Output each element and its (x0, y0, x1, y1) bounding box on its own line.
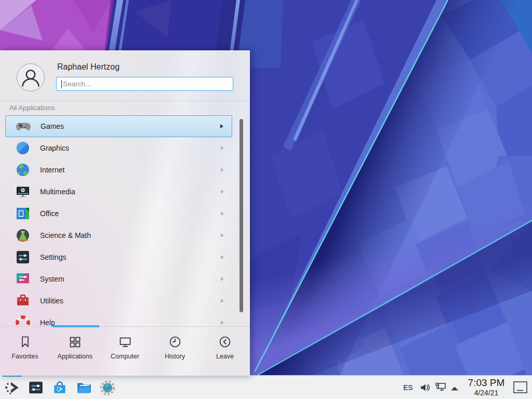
flask-icon (15, 227, 31, 244)
sliders-icon (15, 249, 31, 265)
web-browser-button[interactable] (99, 379, 116, 396)
tab-leave[interactable]: Leave (200, 328, 250, 374)
keyboard-layout-indicator[interactable]: ES (403, 383, 413, 392)
digital-clock[interactable]: 7:03 PM 4/24/21 (461, 377, 511, 397)
submenu-arrow-icon (221, 299, 224, 303)
user-avatar[interactable] (17, 63, 45, 91)
submenu-arrow-icon (221, 277, 224, 281)
system-settings-button[interactable] (28, 379, 44, 396)
category-settings[interactable]: Settings (5, 246, 232, 268)
taskbar-panel: ES 7:03 PM 4/24/2 (0, 375, 532, 399)
category-label: Multimedia (40, 188, 221, 196)
category-office[interactable]: Office (5, 203, 232, 224)
tab-label: Favorites (11, 353, 38, 360)
tab-label: Computer (111, 353, 139, 360)
document-icon (15, 205, 31, 222)
submenu-arrow-icon (221, 146, 224, 150)
category-label: Internet (40, 166, 221, 174)
application-launcher-menu: Raphael Hertzog All Applications (0, 50, 250, 376)
grid-icon (68, 335, 82, 349)
tabbar-divider (0, 326, 250, 327)
bookmark-icon (18, 335, 32, 349)
category-system[interactable]: System (5, 268, 232, 290)
text-cursor (61, 80, 62, 88)
category-games[interactable]: Games (5, 115, 232, 137)
system-sliders-icon (15, 271, 31, 287)
monitor-icon (118, 335, 132, 349)
tab-label: Applications (58, 353, 92, 360)
settings-sliders-icon (28, 379, 44, 396)
tab-label: History (165, 353, 185, 360)
launcher-tabbar: Favorites Applications Computer (0, 328, 250, 374)
globe-icon (15, 162, 31, 178)
active-tab-indicator (52, 325, 99, 327)
category-label: Settings (40, 253, 221, 261)
tab-computer[interactable]: Computer (100, 328, 150, 374)
category-list: Games Graphics (5, 115, 232, 327)
tab-favorites[interactable]: Favorites (0, 328, 50, 374)
shopping-bag-icon (51, 379, 68, 396)
category-science-math[interactable]: Science & Math (5, 224, 232, 246)
submenu-arrow-icon (220, 124, 223, 128)
category-graphics[interactable]: Graphics (5, 137, 232, 159)
category-label: System (40, 275, 221, 283)
clock-icon (168, 335, 182, 349)
category-label: Graphics (40, 144, 221, 152)
category-utilities[interactable]: Utilities (5, 290, 232, 312)
category-multimedia[interactable]: Multimedia (5, 181, 232, 203)
category-internet[interactable]: Internet (5, 159, 232, 181)
submenu-arrow-icon (221, 233, 224, 237)
header-divider (0, 101, 250, 101)
folder-icon (75, 379, 92, 396)
toolbox-icon (15, 292, 31, 309)
section-label: All Applications (9, 104, 55, 112)
submenu-arrow-icon (221, 255, 224, 259)
tab-history[interactable]: History (150, 328, 200, 374)
kickoff-icon (4, 379, 20, 396)
category-label: Utilities (40, 297, 221, 305)
search-box (56, 77, 233, 91)
category-label: Games (41, 122, 220, 130)
gamepad-icon (15, 118, 32, 135)
show-desktop-button[interactable] (513, 381, 528, 396)
submenu-arrow-icon (221, 168, 224, 172)
media-screen-icon (15, 183, 31, 200)
user-name: Raphael Hertzog (57, 62, 119, 72)
lifebuoy-icon (15, 314, 31, 327)
paint-sphere-icon (15, 140, 31, 156)
clock-time: 7:03 PM (468, 377, 505, 389)
category-label: Office (40, 209, 221, 218)
submenu-arrow-icon (221, 321, 224, 325)
discover-button[interactable] (51, 379, 68, 396)
file-manager-button[interactable] (75, 379, 92, 396)
expand-arrow-icon[interactable] (450, 384, 459, 394)
category-label: Science & Math (40, 231, 221, 240)
globe-gear-icon (99, 379, 116, 396)
category-help[interactable]: Help (5, 312, 232, 327)
leave-icon (218, 335, 232, 349)
submenu-arrow-icon (221, 211, 224, 216)
tab-applications[interactable]: Applications (50, 328, 100, 374)
search-input[interactable] (57, 77, 233, 90)
tab-label: Leave (216, 353, 234, 360)
application-launcher-button[interactable] (4, 379, 20, 396)
submenu-arrow-icon (221, 190, 224, 194)
show-desktop-icon (513, 381, 528, 394)
network-icon[interactable] (434, 381, 447, 396)
clock-date: 4/24/21 (474, 389, 499, 397)
user-icon (17, 64, 44, 91)
volume-icon[interactable] (419, 382, 430, 395)
desktop: Raphael Hertzog All Applications (0, 0, 532, 399)
scrollbar[interactable] (240, 119, 243, 312)
